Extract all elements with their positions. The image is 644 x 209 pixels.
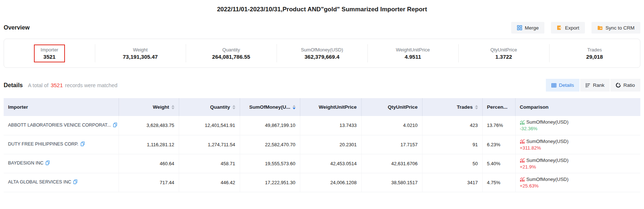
importer-name[interactable]: BAYDESIGN INC [8,160,43,166]
weight-cell: 717.44 [119,173,179,192]
sum-of-money-cell: 22,582,470.70 [240,135,300,154]
comparison-metric: SumOfMoney(USD) [527,157,569,164]
qty-unit-price-cell: 17.7157 [361,135,422,154]
column-header[interactable]: Weight [119,98,179,116]
copy-icon[interactable] [81,142,85,147]
qty-unit-price-cell: 4.0210 [361,116,422,135]
importer-name[interactable]: ABBOTT LABORATORIES VENICE CORPORAT... [8,123,111,128]
export-icon [557,25,562,30]
table-row: BAYDESIGN INC 460.64 458.71 19,555,573.6… [4,154,640,173]
overview-stat: Trades 29,018 [549,39,640,67]
percentage-cell: 4.75% [482,173,515,192]
qty-unit-price-cell: 38,580.1517 [361,173,422,192]
trend-chart-icon [520,120,525,125]
stat-label: QtyUnitPrice [490,47,517,53]
toolbar: Merge Export Sync to CRM [511,22,640,34]
trades-cell: 50 [422,154,482,173]
stat-value: 3521 [41,54,58,60]
stat-label: Trades [586,47,603,53]
sync-to-crm-button[interactable]: Sync to CRM [591,22,640,34]
matched-summary: A total of 3521 records were matched [28,82,117,88]
comparison-metric: SumOfMoney(USD) [527,138,569,145]
stat-value: 4.9511 [396,54,430,60]
importer-table: Importer Weight Quantity SumOfMoney(U...… [4,98,640,192]
folder-sync-icon [597,26,603,30]
column-header[interactable]: WeightUnitPrice [300,98,361,116]
stat-label: WeightUnitPrice [396,47,430,53]
merge-button[interactable]: Merge [511,22,544,34]
stat-value: 73,191,305.47 [123,54,158,60]
copy-icon[interactable] [113,123,117,128]
sum-of-money-cell: 49,867,199.10 [240,116,300,135]
stat-value: 362,379,669.4 [301,54,343,60]
tab-rank[interactable]: Rank [580,79,610,92]
overview-stat: Importer 3521 [4,39,95,67]
sort-icon[interactable] [475,105,478,109]
weight-unit-price-cell: 24,006.1208 [300,173,361,192]
weight-unit-price-cell: 42,453.0514 [300,154,361,173]
overview-stat: QtyUnitPrice 1.3722 [458,39,549,67]
comparison-cell: SumOfMoney(USD) +311.82% [515,135,640,154]
column-header[interactable]: Comparison [515,98,640,116]
trades-cell: 91 [422,135,482,154]
table-grid-icon [551,83,556,88]
stat-value: 29,018 [586,54,603,60]
column-header[interactable]: Trades [422,98,482,116]
matched-count: 3521 [50,82,63,88]
overview-heading: Overview [4,24,30,31]
column-header[interactable]: Quantity [179,98,240,116]
stat-value: 1.3722 [490,54,517,60]
comparison-metric: SumOfMoney(USD) [527,176,569,183]
copy-icon[interactable] [73,179,77,185]
stat-label: Quantity [212,47,250,53]
tab-ratio[interactable]: Ratio [610,79,640,92]
overview-stat: Quantity 264,081,786.55 [186,39,277,67]
column-header[interactable]: QtyUnitPrice [361,98,422,116]
trend-chart-icon [520,139,525,144]
stat-label: Importer [41,47,58,53]
weight-cell: 460.64 [119,154,179,173]
sort-icon[interactable] [232,105,235,109]
quantity-cell: 446.42 [179,173,240,192]
comparison-metric: SumOfMoney(USD) [527,119,569,125]
weight-cell: 3,628,483.75 [119,116,179,135]
table-row: ALTA GLOBAL SERVICES INC 717.44 446.42 1… [4,173,640,192]
table-row: ABBOTT LABORATORIES VENICE CORPORAT... 3… [4,116,640,135]
column-header[interactable]: Importer [4,98,119,116]
stat-label: Weight [123,47,158,53]
comparison-change: -32.36% [520,125,636,132]
copy-icon[interactable] [46,160,50,166]
comparison-cell: SumOfMoney(USD) +25.63% [515,173,640,192]
trend-chart-icon [520,158,525,163]
weight-cell: 1,116,281.12 [119,135,179,154]
sum-of-money-cell: 19,555,573.60 [240,154,300,173]
sum-of-money-cell: 17,222,951.30 [240,173,300,192]
overview-stat: SumOfMoney(USD) 362,379,669.4 [277,39,367,67]
comparison-cell: SumOfMoney(USD) +21.9% [515,154,640,173]
merge-icon [517,25,522,30]
sort-icon[interactable] [293,105,296,109]
column-header[interactable]: SumOfMoney(U... [240,98,300,116]
overview-stats-card: Importer 3521 Weight 73,191,305.47 Quant… [4,39,640,68]
comparison-change: +21.9% [520,164,636,170]
quantity-cell: 1,274,711.54 [179,135,240,154]
comparison-change: +311.82% [520,145,636,151]
trend-chart-icon [520,177,525,182]
qty-unit-price-cell: 42,631.6706 [361,154,422,173]
sort-icon[interactable] [171,105,174,109]
pie-ratio-icon [616,83,621,88]
importer-name[interactable]: DUTY FREE PHILIPPINES CORP. [8,142,78,147]
importer-name[interactable]: ALTA GLOBAL SERVICES INC [8,179,71,185]
export-button[interactable]: Export [551,22,585,34]
quantity-cell: 458.71 [179,154,240,173]
comparison-cell: SumOfMoney(USD) -32.36% [515,116,640,135]
trades-cell: 3417 [422,173,482,192]
column-header[interactable]: Percen... [482,98,515,116]
stat-label: SumOfMoney(USD) [301,47,343,53]
weight-unit-price-cell: 20.2301 [300,135,361,154]
details-heading: Details [4,82,23,89]
overview-stat: WeightUnitPrice 4.9511 [367,39,458,67]
rank-bars-icon [586,83,590,88]
tab-details[interactable]: Details [546,79,579,92]
comparison-change: +25.63% [520,183,636,189]
